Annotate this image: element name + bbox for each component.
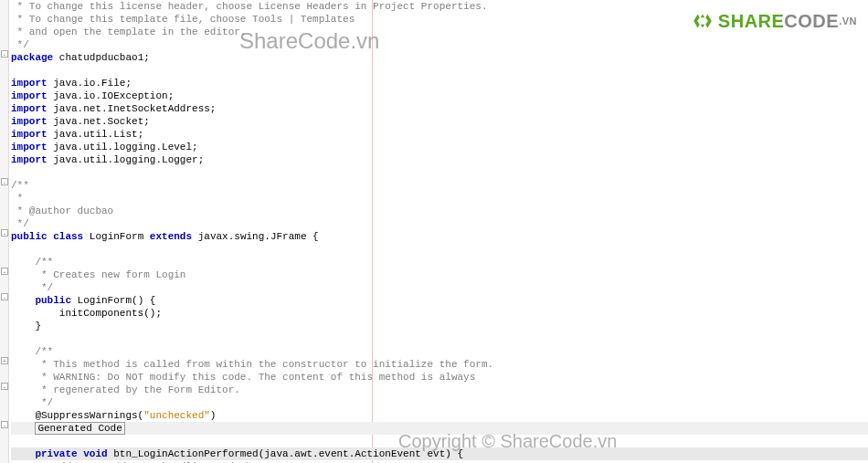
import-stmt: java.io.File; bbox=[48, 78, 132, 89]
logo-text: SHARECODE.VN bbox=[718, 15, 857, 27]
fold-marker[interactable]: - bbox=[1, 178, 8, 185]
superclass: javax.swing.JFrame { bbox=[192, 231, 319, 242]
indent bbox=[11, 295, 35, 306]
javadoc-line: * This method is called from within the … bbox=[11, 359, 493, 370]
logo-share: SHARE bbox=[718, 11, 785, 31]
import-stmt: java.util.logging.Logger; bbox=[48, 154, 205, 165]
javadoc-open: /** bbox=[11, 346, 53, 357]
keyword-public: public bbox=[35, 295, 71, 306]
string-literal: "unchecked" bbox=[143, 410, 210, 421]
javadoc-author: * @author ducbao bbox=[11, 205, 113, 216]
annotation-end: ) bbox=[210, 410, 217, 421]
fold-marker[interactable]: - bbox=[1, 268, 8, 275]
import-stmt: java.net.Socket; bbox=[48, 116, 150, 127]
import-stmt: java.io.IOException; bbox=[48, 90, 175, 101]
javadoc-line: * WARNING: Do NOT modify this code. The … bbox=[11, 372, 475, 383]
logo-code: CODE bbox=[784, 11, 839, 31]
keyword-import: import bbox=[11, 103, 48, 114]
fold-marker[interactable]: - bbox=[1, 229, 8, 237]
fold-marker[interactable]: + bbox=[1, 357, 8, 364]
indent bbox=[11, 423, 35, 434]
import-stmt: java.util.logging.Level; bbox=[48, 142, 198, 153]
keyword-void: void bbox=[83, 448, 107, 459]
ctor-body: initComponents(); bbox=[11, 308, 162, 319]
fold-marker[interactable]: - bbox=[1, 293, 8, 300]
fold-marker[interactable]: - bbox=[1, 50, 8, 58]
fold-marker[interactable]: - bbox=[1, 421, 8, 428]
keyword-import: import bbox=[11, 154, 48, 165]
javadoc-close: */ bbox=[11, 282, 53, 293]
javadoc-line: * Creates new form Login bbox=[11, 269, 185, 280]
package-name: chatudpducbao1; bbox=[53, 52, 150, 63]
class-name: LoginForm bbox=[83, 231, 150, 242]
javadoc-open: /** bbox=[11, 180, 29, 191]
keyword-import: import bbox=[11, 129, 48, 140]
keyword-import: import bbox=[11, 116, 48, 127]
code-editor[interactable]: - - - - - + - - * To change this license… bbox=[0, 0, 868, 463]
sharecode-logo: SHARECODE.VN bbox=[691, 9, 857, 33]
close-brace: } bbox=[11, 321, 41, 331]
annotation: @SuppressWarnings( bbox=[11, 410, 143, 421]
javadoc-line: * bbox=[11, 193, 23, 204]
method-sig: btn_LoginActionPerformed(java.awt.event.… bbox=[108, 448, 463, 459]
comment-line: * and open the template in the editor. bbox=[11, 26, 246, 37]
keyword-class: class bbox=[53, 231, 83, 242]
javadoc-close: */ bbox=[11, 397, 53, 408]
import-stmt: java.util.List; bbox=[48, 129, 144, 140]
keyword-import: import bbox=[11, 142, 48, 153]
indent bbox=[11, 448, 35, 459]
logo-suffix: .VN bbox=[839, 16, 857, 26]
keyword-private: private bbox=[35, 448, 77, 459]
javadoc-line: * regenerated by the Form Editor. bbox=[11, 384, 240, 395]
keyword-extends: extends bbox=[150, 231, 192, 242]
comment-line: * To change this template file, choose T… bbox=[11, 14, 355, 25]
code-content[interactable]: * To change this license header, choose … bbox=[11, 0, 868, 463]
recycle-icon bbox=[691, 9, 715, 33]
ctor-sig: LoginForm() { bbox=[71, 295, 155, 306]
keyword-package: package bbox=[11, 52, 53, 63]
generated-code-fold[interactable]: Generated Code bbox=[35, 422, 124, 435]
import-stmt: java.net.InetSocketAddress; bbox=[48, 103, 217, 114]
keyword-import: import bbox=[11, 90, 48, 101]
keyword-import: import bbox=[11, 78, 48, 89]
javadoc-open: /** bbox=[11, 257, 53, 268]
comment-line: * To change this license header, choose … bbox=[11, 1, 488, 12]
fold-marker[interactable]: - bbox=[1, 383, 8, 390]
comment-line: */ bbox=[11, 39, 29, 50]
keyword-public: public bbox=[11, 231, 48, 242]
javadoc-close: */ bbox=[11, 218, 29, 229]
